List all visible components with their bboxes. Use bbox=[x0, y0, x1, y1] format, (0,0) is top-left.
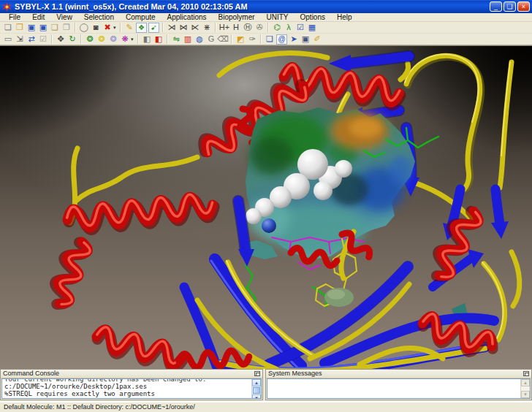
title-bar: SYBYL-X 1.1 (winnt_os5x), Created Mar 04… bbox=[0, 0, 532, 13]
label-icon[interactable]: ◧ bbox=[141, 34, 153, 45]
pointer-tool-icon[interactable]: ➤ bbox=[288, 34, 300, 45]
status-bar: Default Molecule: M1 :: Default Director… bbox=[0, 401, 532, 412]
scroll-down-icon[interactable]: ▼ bbox=[252, 394, 261, 399]
command-console-header[interactable]: Command Console bbox=[1, 370, 262, 378]
menu-file[interactable]: File bbox=[3, 13, 26, 22]
light-on-icon[interactable]: ❂ bbox=[96, 34, 107, 45]
app-logo-icon bbox=[2, 2, 12, 12]
brush-icon[interactable]: ✑ bbox=[246, 34, 258, 45]
system-messages-scrollbar[interactable]: ▲ ▼ bbox=[520, 379, 530, 398]
toolbar-separator bbox=[215, 23, 216, 32]
float-panel-icon[interactable] bbox=[523, 371, 529, 376]
scroll-up-icon[interactable]: ▲ bbox=[252, 379, 261, 386]
toolbar-separator bbox=[167, 34, 168, 44]
new-file-icon[interactable]: ❏ bbox=[2, 22, 14, 33]
console-output[interactable]: Your current working directory has been … bbox=[2, 379, 251, 398]
toolbar-separator bbox=[80, 34, 82, 44]
screen-pointer-icon[interactable]: ▣ bbox=[300, 34, 311, 45]
bond-rotate-icon[interactable]: ⋉ bbox=[189, 22, 201, 33]
menu-biopolymer[interactable]: Biopolymer bbox=[213, 13, 261, 22]
menu-selection[interactable]: Selection bbox=[78, 13, 120, 22]
g-option-icon[interactable]: G bbox=[205, 34, 217, 45]
refresh-view-icon[interactable]: ⇄ bbox=[26, 34, 37, 45]
save-icon[interactable]: ▣ bbox=[26, 22, 37, 33]
undo-icon[interactable]: ◯ bbox=[78, 22, 90, 33]
3d-viewport[interactable] bbox=[0, 45, 532, 368]
light-add-icon[interactable]: ❂ bbox=[84, 34, 96, 45]
color-palette-icon[interactable]: ◩ bbox=[235, 34, 246, 45]
protein-scene bbox=[0, 46, 532, 369]
command-console-body[interactable]: Your current working directory has been … bbox=[1, 378, 262, 399]
minimize-structure-icon[interactable]: ➹ bbox=[148, 23, 159, 33]
eraser-icon[interactable]: ⌫ bbox=[217, 34, 229, 45]
system-messages-header[interactable]: System Messages bbox=[266, 370, 531, 378]
menu-options[interactable]: Options bbox=[294, 13, 331, 22]
toolbar-separator bbox=[260, 34, 262, 44]
menu-edit[interactable]: Edit bbox=[26, 13, 50, 22]
save-as-icon[interactable]: ▣ bbox=[37, 22, 49, 33]
delete-icon[interactable]: ✖ bbox=[102, 22, 113, 33]
toolbar-separator bbox=[51, 34, 53, 44]
console-line: %STREQL requires exactly two arguments bbox=[4, 390, 249, 397]
key-tool-icon[interactable]: ✇ bbox=[254, 22, 265, 33]
center-view-icon[interactable]: ⇲ bbox=[14, 34, 26, 45]
animation-icon[interactable]: ▥ bbox=[182, 34, 194, 45]
build-edit-icon[interactable]: ❖ bbox=[136, 23, 147, 33]
spin-axes-icon[interactable]: ⇋ bbox=[170, 34, 182, 45]
toolbar-separator bbox=[137, 34, 139, 44]
command-console-title: Command Console bbox=[3, 370, 254, 378]
menu-applications[interactable]: Applications bbox=[162, 13, 213, 22]
checkbox-table-icon[interactable]: ☑ bbox=[294, 22, 306, 33]
nitrogen-sphere bbox=[262, 218, 276, 233]
substituent-icon[interactable]: λ bbox=[283, 22, 294, 33]
menu-unity[interactable]: UNITY bbox=[261, 13, 294, 22]
console-line: c:/DOCUME~1/orourke/Desktop/1pax.ses bbox=[4, 383, 249, 390]
window-stack-icon[interactable]: ❏ bbox=[264, 34, 276, 45]
system-messages-panel: System Messages ▲ ▼ bbox=[265, 369, 532, 400]
select-radius-icon[interactable]: ◍ bbox=[194, 34, 205, 45]
circled-hydrogen-icon[interactable]: Ⓗ bbox=[242, 22, 254, 33]
add-hydrogens-icon[interactable]: H+ bbox=[218, 22, 230, 33]
rotate-globe-icon[interactable]: ↻ bbox=[66, 34, 78, 45]
system-messages-body[interactable]: ▲ ▼ bbox=[267, 378, 531, 399]
toolbar-row-2: ▭ ⇲ ⇄ ☑ ✥ ↻ ❂ ❂ ❂ ❋ ▾ ◧ ◧ ⇋ ▥ ◍ G ⌫ ◩ ✑ … bbox=[0, 34, 532, 45]
view-toggle-icon[interactable]: ☑ bbox=[37, 34, 49, 45]
bottom-panels: Command Console Your current working dir… bbox=[0, 368, 532, 401]
scroll-down-icon[interactable]: ▼ bbox=[521, 391, 530, 398]
open-folder-icon[interactable]: ❒ bbox=[14, 22, 26, 33]
screenshot-icon[interactable]: ◙ bbox=[90, 22, 102, 33]
bond-break-icon[interactable]: ⋊ bbox=[166, 22, 178, 33]
scrollbar-thumb[interactable] bbox=[253, 387, 260, 394]
scroll-up-icon[interactable]: ▲ bbox=[521, 379, 530, 386]
bond-delete-icon[interactable]: ⋇ bbox=[201, 22, 213, 33]
menu-compute[interactable]: Compute bbox=[120, 13, 162, 22]
toolbar-separator bbox=[231, 34, 232, 44]
benzene-ring-icon[interactable]: ⌬ bbox=[271, 22, 283, 33]
console-window-icon[interactable]: @ bbox=[276, 34, 287, 45]
export-file-icon[interactable]: ❐ bbox=[61, 22, 72, 33]
bond-join-icon[interactable]: ⋈ bbox=[178, 22, 189, 33]
system-messages-output bbox=[267, 379, 520, 398]
draw-annotate-icon[interactable]: ✐ bbox=[311, 34, 323, 45]
console-scrollbar[interactable]: ▲ ▼ bbox=[251, 379, 261, 398]
float-panel-icon[interactable] bbox=[254, 371, 260, 376]
window-title: SYBYL-X 1.1 (winnt_os5x), Created Mar 04… bbox=[15, 2, 490, 11]
minimize-button[interactable]: _ bbox=[490, 1, 502, 12]
status-text: Default Molecule: M1 :: Default Director… bbox=[4, 402, 195, 412]
fit-view-icon[interactable]: ▭ bbox=[2, 34, 14, 45]
close-button[interactable]: × bbox=[517, 1, 530, 12]
label-delete-icon[interactable]: ◧ bbox=[153, 34, 164, 45]
menu-bar: File Edit View Selection Compute Applica… bbox=[0, 13, 532, 22]
restore-button[interactable]: ❏ bbox=[503, 1, 516, 12]
menu-help[interactable]: Help bbox=[331, 13, 358, 22]
light-off-icon[interactable]: ❂ bbox=[107, 34, 119, 45]
display-style-dropdown-icon[interactable]: ▾ bbox=[131, 34, 135, 45]
menu-view[interactable]: View bbox=[50, 13, 78, 22]
delete-dropdown-icon[interactable]: ▾ bbox=[113, 22, 118, 33]
display-style-icon[interactable]: ❋ bbox=[119, 34, 131, 45]
import-file-icon[interactable]: ❑ bbox=[49, 22, 61, 33]
molecular-table-icon[interactable]: ▦ bbox=[306, 22, 318, 33]
sketch-molecule-icon[interactable]: ✎ bbox=[123, 22, 135, 33]
translate-mode-icon[interactable]: ✥ bbox=[55, 34, 66, 45]
hydrogen-icon[interactable]: H bbox=[230, 22, 242, 33]
